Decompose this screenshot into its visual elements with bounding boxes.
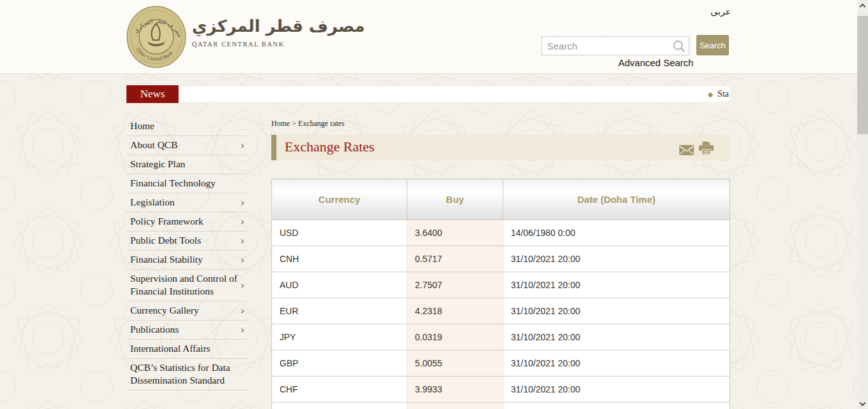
chevron-right-icon: › <box>241 253 245 266</box>
buy-cell: 0.0319 <box>407 324 503 350</box>
site-header: مصرف قطر المركزي Qatar Central Bank مصرف… <box>0 0 868 74</box>
sidebar-item-currency-gallery[interactable]: Currency Gallery› <box>126 302 248 321</box>
search-icon[interactable] <box>672 39 686 56</box>
brand-text: مصرف قطر المركزي QATAR CENTRAL BANK <box>192 17 365 48</box>
currency-cell: EUR <box>272 298 407 324</box>
chevron-right-icon: › <box>241 279 245 291</box>
diamond-bullet-icon: ◆ <box>708 90 713 98</box>
breadcrumb-current: Exchange rates <box>298 119 344 128</box>
date-cell <box>503 403 730 409</box>
sidebar-item-publications[interactable]: Publications› <box>126 321 248 340</box>
currency-cell: JPY <box>272 324 407 350</box>
browser-scrollbar[interactable] <box>857 0 868 409</box>
currency-cell: GBP <box>272 350 407 377</box>
currency-cell: USD <box>272 220 407 246</box>
currency-cell: AUD <box>272 272 407 298</box>
sidebar-item-home[interactable]: Home <box>126 117 248 136</box>
search-box <box>541 36 689 55</box>
date-cell: 14/06/1980 0:00 <box>503 220 730 246</box>
advanced-search-link[interactable]: Advanced Search <box>618 57 693 68</box>
buy-cell: 3.9933 <box>407 377 503 403</box>
news-tab[interactable]: News <box>126 85 179 103</box>
brand-arabic-calligraphy: مصرف قطر المركزي <box>192 17 365 36</box>
sidebar-item-qcb-statistics[interactable]: QCB’s Statistics for Data Dissemination … <box>126 359 248 391</box>
sidebar-item-policy-framework[interactable]: Policy Framework› <box>126 212 248 232</box>
currency-cell: CHF <box>272 377 407 403</box>
table-row: CHF 3.9933 31/10/2021 20:00 <box>272 377 730 403</box>
breadcrumb-separator: > <box>292 119 296 128</box>
qcb-coin-emblem-icon: مصرف قطر المركزي Qatar Central Bank <box>126 6 186 68</box>
qcb-exchange-rates-page: مصرف قطر المركزي Qatar Central Bank مصرف… <box>0 0 868 409</box>
buy-cell: 5.0055 <box>407 350 503 377</box>
page-title-banner: Exchange Rates <box>271 135 729 160</box>
banner-accent-bar <box>271 135 276 160</box>
currency-cell <box>272 403 407 409</box>
sidebar-item-legislation[interactable]: Legislation› <box>126 193 248 212</box>
scrollbar-thumb[interactable] <box>857 16 868 134</box>
print-icon[interactable] <box>698 141 714 158</box>
chevron-right-icon: › <box>241 234 245 247</box>
qcb-logo[interactable]: مصرف قطر المركزي Qatar Central Bank <box>126 6 186 71</box>
exchange-rates-table: Currency Buy Date (Doha Time) USD 3.6400… <box>271 179 730 409</box>
table-row: CNH 0.5717 31/10/2021 20:00 <box>272 246 730 272</box>
table-row: USD 3.6400 14/06/1980 0:00 <box>272 220 730 246</box>
sidebar-item-supervision[interactable]: Supervision and Control of Financial Ins… <box>126 270 248 302</box>
sidebar-item-financial-technology[interactable]: Financial Technology <box>126 174 248 193</box>
table-row: GBP 5.0055 31/10/2021 20:00 <box>272 350 730 377</box>
date-cell: 31/10/2021 20:00 <box>503 324 730 350</box>
buy-cell: 3.6400 <box>407 220 503 246</box>
date-cell: 31/10/2021 20:00 <box>503 377 730 403</box>
news-ticker-item[interactable]: ◆Sta <box>708 87 729 102</box>
table-row: AUD 2.7507 31/10/2021 20:00 <box>272 272 730 298</box>
sidebar-item-strategic-plan[interactable]: Strategic Plan <box>126 155 248 174</box>
news-ticker-bar: ◆Sta <box>179 87 729 102</box>
scroll-up-button[interactable] <box>857 0 868 11</box>
buy-cell: 2.7507 <box>407 272 503 298</box>
col-header-date: Date (Doha Time) <box>503 179 730 220</box>
currency-cell: CNH <box>272 246 407 272</box>
breadcrumb-home-link[interactable]: Home <box>271 119 290 128</box>
brand-english-name: QATAR CENTRAL BANK <box>192 41 365 48</box>
search-button[interactable]: Search <box>696 35 729 55</box>
chevron-right-icon: › <box>241 196 245 209</box>
chevron-right-icon: › <box>241 304 245 317</box>
scroll-down-button[interactable] <box>857 398 868 409</box>
arabic-language-link[interactable]: عربى <box>710 6 731 17</box>
date-cell: 31/10/2021 20:00 <box>503 350 730 377</box>
page-title: Exchange Rates <box>285 139 374 155</box>
table-row-partial <box>272 403 730 409</box>
date-cell: 31/10/2021 20:00 <box>503 246 730 272</box>
sidebar-item-public-debt-tools[interactable]: Public Debt Tools› <box>126 232 248 251</box>
sidebar-item-international-affairs[interactable]: International Affairs <box>126 340 248 359</box>
buy-cell: 0.5717 <box>407 246 503 272</box>
chevron-right-icon: › <box>241 323 245 336</box>
date-cell: 31/10/2021 20:00 <box>503 298 730 324</box>
table-header-row: Currency Buy Date (Doha Time) <box>272 179 730 220</box>
buy-cell <box>407 403 503 409</box>
sidebar-item-financial-stability[interactable]: Financial Stability› <box>126 251 248 270</box>
chevron-right-icon: › <box>241 215 245 228</box>
col-header-buy: Buy <box>407 179 503 220</box>
news-ticker-text: Sta <box>717 89 729 99</box>
date-cell: 31/10/2021 20:00 <box>503 272 730 298</box>
buy-cell: 4.2318 <box>407 298 503 324</box>
search-input[interactable] <box>542 37 668 55</box>
col-header-currency: Currency <box>272 179 407 220</box>
chevron-up-icon <box>860 4 866 10</box>
chevron-right-icon: › <box>241 139 245 151</box>
breadcrumb: Home > Exchange rates <box>271 119 344 128</box>
sidebar-item-about-qcb[interactable]: About QCB› <box>126 136 248 155</box>
email-icon[interactable] <box>679 145 694 158</box>
table-row: JPY 0.0319 31/10/2021 20:00 <box>272 324 730 350</box>
chevron-down-icon <box>860 400 866 406</box>
table-row: EUR 4.2318 31/10/2021 20:00 <box>272 298 730 324</box>
sidebar-nav: Home About QCB› Strategic Plan Financial… <box>126 117 248 391</box>
